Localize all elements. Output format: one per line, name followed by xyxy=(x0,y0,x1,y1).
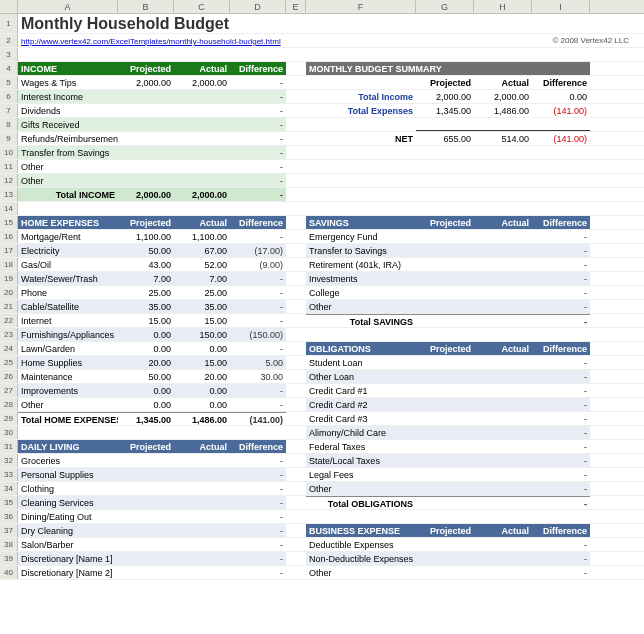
blank[interactable] xyxy=(306,160,416,173)
row-d[interactable]: - xyxy=(230,482,286,495)
row-d[interactable]: - xyxy=(532,440,590,453)
row-label[interactable]: Other xyxy=(18,398,118,411)
income-label[interactable]: Refunds/Reimbursements xyxy=(18,132,118,145)
blank[interactable] xyxy=(416,146,474,159)
row-d[interactable]: 30.00 xyxy=(230,370,286,383)
blank[interactable] xyxy=(532,328,590,341)
row-a[interactable] xyxy=(474,370,532,383)
blank[interactable] xyxy=(306,510,416,523)
income-actual[interactable] xyxy=(174,174,230,187)
row-p[interactable]: 0.00 xyxy=(118,384,174,397)
income-diff[interactable]: - xyxy=(230,146,286,159)
row-label[interactable]: Non-Deductible Expenses xyxy=(306,552,416,565)
blank[interactable] xyxy=(416,188,474,201)
blank[interactable] xyxy=(306,174,416,187)
row-header[interactable]: 33 xyxy=(0,468,18,481)
row-d[interactable]: - xyxy=(532,426,590,439)
blank[interactable] xyxy=(474,146,532,159)
row-p[interactable] xyxy=(416,552,474,565)
row-d[interactable]: - xyxy=(532,398,590,411)
row-p[interactable] xyxy=(118,496,174,509)
row-a[interactable]: 15.00 xyxy=(174,356,230,369)
row-a[interactable] xyxy=(174,482,230,495)
row-d[interactable]: - xyxy=(230,398,286,411)
row-header[interactable]: 38 xyxy=(0,538,18,551)
row-a[interactable] xyxy=(474,244,532,257)
row-p[interactable] xyxy=(416,272,474,285)
blank[interactable] xyxy=(532,118,590,131)
row-label[interactable]: Improvements xyxy=(18,384,118,397)
row-header[interactable]: 27 xyxy=(0,384,18,397)
row-a[interactable] xyxy=(474,538,532,551)
row-a[interactable] xyxy=(174,552,230,565)
row-d[interactable]: - xyxy=(532,370,590,383)
row-d[interactable]: - xyxy=(532,482,590,495)
row-d[interactable]: - xyxy=(230,496,286,509)
row-d[interactable]: (17.00) xyxy=(230,244,286,257)
blank[interactable] xyxy=(416,174,474,187)
row-label[interactable]: Dry Cleaning xyxy=(18,524,118,537)
row-header[interactable]: 14 xyxy=(0,202,18,215)
row-a[interactable] xyxy=(174,538,230,551)
row-d[interactable]: - xyxy=(532,258,590,271)
blank[interactable] xyxy=(306,188,416,201)
row-d[interactable]: - xyxy=(532,356,590,369)
row-d[interactable]: - xyxy=(532,412,590,425)
row-d[interactable]: - xyxy=(532,454,590,467)
income-label[interactable]: Dividends xyxy=(18,104,118,117)
row-header[interactable]: 30 xyxy=(0,426,18,439)
row-a[interactable]: 1,100.00 xyxy=(174,230,230,243)
col-E[interactable]: E xyxy=(286,0,306,13)
row-a[interactable] xyxy=(474,300,532,313)
row-d[interactable]: - xyxy=(532,468,590,481)
col-A[interactable]: A xyxy=(18,0,118,13)
row-d[interactable]: - xyxy=(532,244,590,257)
row-p[interactable] xyxy=(118,552,174,565)
blank[interactable] xyxy=(532,510,590,523)
col-G[interactable]: G xyxy=(416,0,474,13)
row-header[interactable]: 2 xyxy=(0,34,18,47)
row-header[interactable]: 3 xyxy=(0,48,18,61)
row-a[interactable] xyxy=(174,524,230,537)
col-F[interactable]: F xyxy=(306,0,416,13)
row-label[interactable]: Other xyxy=(306,566,416,579)
row-header[interactable]: 11 xyxy=(0,160,18,173)
income-projected[interactable] xyxy=(118,146,174,159)
row-p[interactable]: 50.00 xyxy=(118,244,174,257)
row-a[interactable] xyxy=(174,454,230,467)
row-a[interactable]: 15.00 xyxy=(174,314,230,327)
income-diff[interactable]: - xyxy=(230,174,286,187)
row-a[interactable] xyxy=(474,566,532,579)
blank[interactable] xyxy=(532,146,590,159)
blank[interactable] xyxy=(18,48,24,61)
row-header[interactable]: 12 xyxy=(0,174,18,187)
row-p[interactable]: 35.00 xyxy=(118,300,174,313)
blank[interactable] xyxy=(416,510,474,523)
income-actual[interactable] xyxy=(174,160,230,173)
row-header[interactable]: 15 xyxy=(0,216,18,229)
row-label[interactable]: Furnishings/Appliances xyxy=(18,328,118,341)
row-p[interactable]: 15.00 xyxy=(118,314,174,327)
row-a[interactable]: 7.00 xyxy=(174,272,230,285)
row-a[interactable]: 0.00 xyxy=(174,384,230,397)
row-p[interactable] xyxy=(416,440,474,453)
income-label[interactable]: Other xyxy=(18,174,118,187)
row-label[interactable]: Deductible Expenses xyxy=(306,538,416,551)
row-d[interactable]: - xyxy=(230,314,286,327)
row-d[interactable]: - xyxy=(532,538,590,551)
row-a[interactable] xyxy=(474,272,532,285)
income-actual[interactable] xyxy=(174,146,230,159)
row-label[interactable]: Cleaning Services xyxy=(18,496,118,509)
row-a[interactable] xyxy=(474,440,532,453)
income-actual[interactable] xyxy=(174,118,230,131)
row-d[interactable]: 5.00 xyxy=(230,356,286,369)
row-d[interactable]: - xyxy=(532,286,590,299)
blank[interactable] xyxy=(532,174,590,187)
row-a[interactable] xyxy=(474,398,532,411)
row-header[interactable]: 17 xyxy=(0,244,18,257)
row-p[interactable]: 0.00 xyxy=(118,398,174,411)
row-p[interactable] xyxy=(416,566,474,579)
row-d[interactable]: (9.00) xyxy=(230,258,286,271)
row-a[interactable] xyxy=(474,412,532,425)
row-d[interactable]: - xyxy=(230,454,286,467)
